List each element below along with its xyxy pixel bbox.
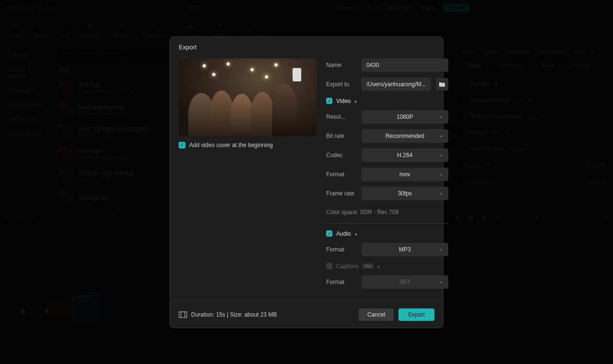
- chevron-up-icon[interactable]: ▴: [377, 263, 380, 269]
- chevron-up-icon[interactable]: ▴: [355, 231, 357, 236]
- colorspace-label: Color space: SDR - Rec.709: [326, 206, 448, 222]
- video-preview: [179, 58, 317, 136]
- film-icon: [179, 311, 187, 318]
- modal-title: Export: [170, 37, 443, 56]
- framerate-select[interactable]: 30fps: [362, 187, 448, 200]
- pro-badge: Pro: [363, 263, 373, 269]
- name-input[interactable]: 0430: [362, 58, 448, 72]
- captions-format-select[interactable]: SRT: [362, 275, 448, 289]
- codec-select[interactable]: H.264: [362, 148, 448, 162]
- svg-rect-0: [179, 312, 187, 318]
- video-section-checkbox[interactable]: ✓: [326, 98, 332, 104]
- video-format-select[interactable]: mov: [362, 168, 448, 181]
- name-label: Name: [326, 62, 357, 68]
- export-button[interactable]: Export: [398, 308, 434, 321]
- video-section-label: Video: [336, 98, 351, 104]
- audio-format-select[interactable]: MP3: [362, 243, 448, 256]
- bitrate-select[interactable]: Recommended: [362, 129, 448, 143]
- exportto-label: Export to: [326, 81, 357, 88]
- resolution-select[interactable]: 1080P: [362, 110, 448, 124]
- cover-checkbox[interactable]: ✓: [179, 142, 185, 148]
- footer-info: Duration: 15s | Size: about 23 MB: [191, 311, 277, 318]
- cancel-button[interactable]: Cancel: [359, 308, 394, 321]
- export-modal: Export: [170, 36, 443, 328]
- exportto-input[interactable]: /Users/yanhuarong/M...: [362, 78, 431, 91]
- audio-section-checkbox[interactable]: ✓: [326, 230, 332, 237]
- captions-section-label: Captions: [336, 263, 359, 270]
- cover-checkbox-label: Add video cover at the beginning: [189, 142, 273, 148]
- captions-section-checkbox[interactable]: ✓: [326, 263, 332, 269]
- chevron-up-icon[interactable]: ▴: [354, 98, 357, 103]
- folder-icon[interactable]: [436, 78, 448, 91]
- audio-section-label: Audio: [336, 230, 351, 237]
